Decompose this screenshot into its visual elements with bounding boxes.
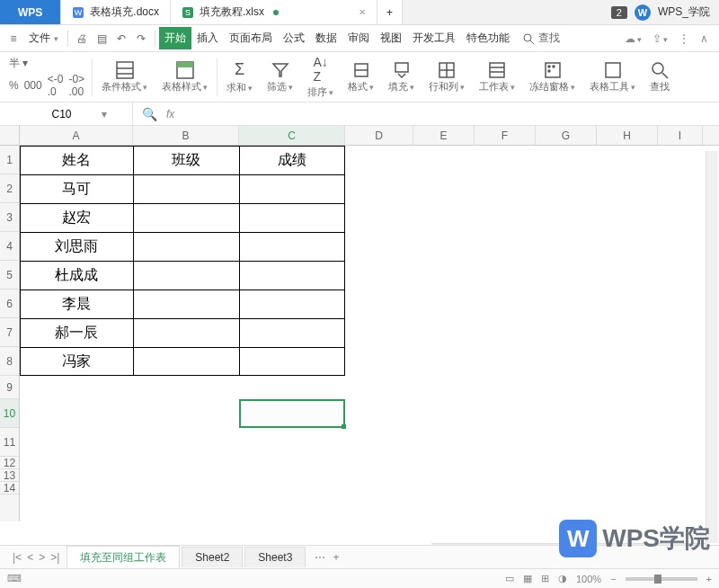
fill-button[interactable]: 填充 — [381, 52, 422, 102]
print-preview-icon[interactable]: ▤ — [92, 29, 111, 49]
vertical-scrollbar[interactable] — [706, 151, 718, 543]
worksheet-button[interactable]: 工作表 — [472, 52, 522, 102]
ribbon-tab-insert[interactable]: 插入 — [191, 27, 224, 49]
freeze-panes-button[interactable]: 冻结窗格 — [522, 52, 582, 102]
active-cell-selection[interactable] — [239, 399, 345, 428]
view-page-icon[interactable]: ▦ — [523, 573, 532, 584]
keyboard-mode-icon[interactable]: ⌨ — [7, 573, 22, 584]
spreadsheet-grid[interactable]: 姓名班级成绩马可赵宏刘思雨杜成成李晨郝一辰冯家 — [20, 146, 719, 521]
table-tools-button[interactable]: 表格工具 — [582, 52, 643, 102]
cell[interactable]: 郝一辰 — [20, 318, 133, 347]
sheet-tab[interactable]: Sheet3 — [244, 547, 306, 567]
ribbon-tab-formula[interactable]: 公式 — [278, 27, 310, 49]
row-header[interactable]: 4 — [0, 232, 19, 261]
hamburger-icon[interactable]: ≡ — [4, 29, 23, 49]
select-all-corner[interactable] — [0, 126, 20, 146]
column-header[interactable]: F — [475, 126, 536, 145]
tab-close-icon[interactable]: ✕ — [359, 7, 366, 17]
ribbon-tab-layout[interactable]: 页面布局 — [224, 27, 278, 49]
more-icon[interactable]: ⋮ — [679, 32, 689, 45]
ribbon-tab-review[interactable]: 审阅 — [342, 27, 375, 49]
column-header[interactable]: B — [133, 126, 239, 145]
zoom-slider[interactable] — [626, 577, 697, 581]
cell[interactable]: 赵宏 — [20, 203, 133, 232]
cell[interactable]: 班级 — [133, 146, 239, 174]
document-tab-doc[interactable]: W 表格填充.docx — [61, 0, 171, 24]
sheet-nav-prev-icon[interactable]: < — [27, 551, 33, 564]
row-header[interactable]: 6 — [0, 290, 19, 318]
percent-format-icon[interactable]: % — [9, 79, 19, 92]
view-break-icon[interactable]: ⊞ — [541, 573, 549, 584]
ribbon-tab-start[interactable]: 开始 — [159, 27, 191, 49]
row-header[interactable]: 7 — [0, 318, 19, 347]
row-column-button[interactable]: 行和列 — [422, 52, 472, 102]
cell[interactable]: 马可 — [20, 174, 133, 203]
view-reading-icon[interactable]: ◑ — [558, 573, 567, 584]
increase-decimal-icon[interactable]: <-0.0 — [48, 73, 64, 98]
zoom-out-icon[interactable]: − — [610, 574, 616, 584]
find-button[interactable]: 查找 — [522, 31, 560, 46]
wps-brand-tab[interactable]: WPS — [0, 0, 61, 24]
comma-format-icon[interactable]: 000 — [24, 79, 42, 92]
row-header[interactable]: 10 — [0, 399, 19, 428]
new-tab-button[interactable]: + — [377, 0, 403, 24]
row-header[interactable]: 11 — [0, 428, 19, 457]
row-header[interactable]: 12 — [0, 457, 19, 469]
save-icon[interactable]: 🖨 — [72, 29, 92, 49]
filter-button[interactable]: 筛选 — [260, 52, 300, 102]
column-header[interactable]: C — [239, 126, 345, 145]
column-header[interactable]: D — [345, 126, 413, 145]
user-avatar-icon[interactable]: W — [635, 4, 651, 21]
sheet-tab-add-icon[interactable]: + — [333, 551, 339, 564]
sheet-tab[interactable]: Sheet2 — [182, 547, 243, 567]
zoom-value[interactable]: 100% — [576, 574, 601, 584]
sheet-tab-more-icon[interactable]: ⋯ — [315, 551, 325, 564]
column-header[interactable]: G — [536, 126, 597, 145]
row-header[interactable]: 9 — [0, 376, 19, 399]
cell[interactable]: 杜成成 — [20, 261, 133, 290]
cell[interactable]: 李晨 — [20, 290, 133, 318]
column-header[interactable]: A — [20, 126, 133, 145]
sheet-nav-first-icon[interactable]: |< — [13, 551, 22, 564]
cell[interactable]: 冯家 — [20, 347, 133, 376]
name-box-dropdown-icon[interactable]: ▾ — [102, 108, 107, 120]
conditional-format-button[interactable]: 条件格式 — [94, 52, 155, 102]
sheet-nav-next-icon[interactable]: > — [39, 551, 45, 564]
fx-search-icon[interactable]: 🔍 — [142, 107, 157, 121]
row-header[interactable]: 1 — [0, 146, 19, 174]
find-ribbon-button[interactable]: 查找 — [643, 52, 677, 102]
name-box-input[interactable] — [26, 108, 98, 120]
cell[interactable]: 姓名 — [20, 146, 133, 174]
sort-button[interactable]: A↓Z 排序 — [300, 52, 341, 102]
ribbon-tab-data[interactable]: 数据 — [310, 27, 342, 49]
fx-icon[interactable]: fx — [166, 108, 174, 120]
column-header[interactable]: E — [413, 126, 475, 145]
currency-format-icon[interactable]: 半 ▾ — [9, 56, 28, 71]
share-icon[interactable]: ⇪ — [652, 32, 668, 45]
row-header[interactable]: 8 — [0, 347, 19, 376]
column-header[interactable]: I — [658, 126, 703, 145]
undo-icon[interactable]: ↶ — [111, 29, 131, 49]
ribbon-tab-developer[interactable]: 开发工具 — [407, 27, 461, 49]
document-tab-sheet[interactable]: S 填充教程.xlsx ✕ — [171, 0, 377, 24]
format-button[interactable]: 格式 — [341, 52, 381, 102]
ribbon-tab-view[interactable]: 视图 — [375, 27, 407, 49]
cloud-sync-icon[interactable]: ☁ — [625, 32, 642, 45]
sum-button[interactable]: Σ 求和 — [219, 52, 260, 102]
row-header[interactable]: 2 — [0, 174, 19, 203]
row-header[interactable]: 14 — [0, 482, 19, 494]
tab-count-badge[interactable]: 2 — [611, 6, 627, 19]
name-box[interactable]: ▾ — [0, 102, 133, 125]
sheet-nav-last-icon[interactable]: >| — [50, 551, 59, 564]
table-style-button[interactable]: 表格样式 — [155, 52, 215, 102]
row-header[interactable]: 5 — [0, 261, 19, 290]
cell[interactable]: 刘思雨 — [20, 232, 133, 261]
row-header[interactable]: 13 — [0, 469, 19, 482]
user-label[interactable]: WPS_学院 — [658, 4, 710, 20]
expand-icon[interactable]: ∧ — [700, 32, 708, 45]
redo-icon[interactable]: ↷ — [131, 29, 151, 49]
decrease-decimal-icon[interactable]: -0>.00 — [68, 73, 84, 98]
cell[interactable]: 成绩 — [239, 146, 345, 174]
zoom-in-icon[interactable]: + — [706, 574, 712, 584]
ribbon-tab-special[interactable]: 特色功能 — [461, 27, 515, 49]
